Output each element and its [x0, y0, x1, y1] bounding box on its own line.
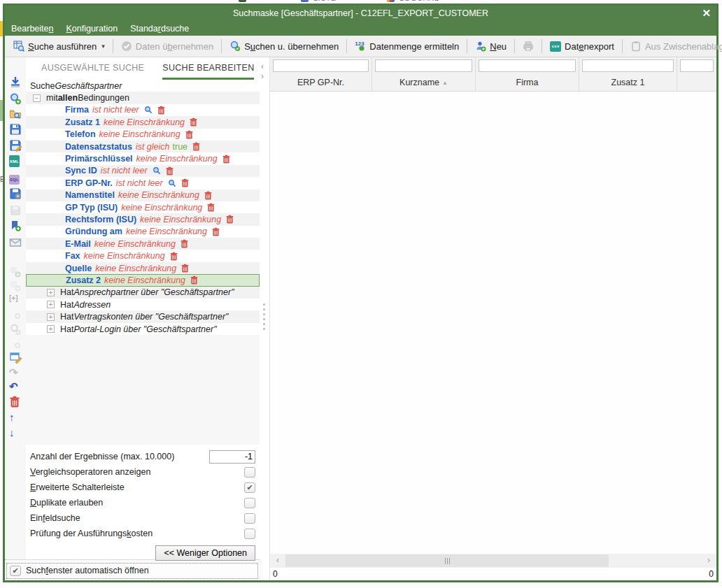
email-icon[interactable] — [9, 236, 22, 249]
checkbox-allow-duplicates[interactable] — [244, 498, 255, 508]
delete-icon[interactable] — [190, 117, 197, 127]
column-header-firma[interactable]: Firma — [476, 76, 579, 91]
option-compare-operators[interactable]: Vergleichsoperatoren anzeigen — [30, 464, 255, 480]
search-and-take-button[interactable]: Suchen u. übernehmen — [224, 38, 344, 54]
delete-icon[interactable] — [192, 142, 200, 151]
add-condition-icon[interactable] — [9, 266, 22, 278]
expand-icon[interactable]: + — [47, 325, 55, 333]
scroll-left-icon[interactable]: ‹ — [270, 554, 285, 568]
new-search-icon[interactable] — [9, 92, 22, 105]
tree-row-condition[interactable]: Quellekeine Einschränkung — [26, 262, 260, 274]
collapse-right-icon[interactable]: › — [261, 73, 264, 80]
collapse-left-icon[interactable]: ‹ — [261, 63, 264, 70]
expand-icon[interactable]: + — [47, 313, 55, 321]
delete-row-icon[interactable] — [9, 396, 22, 408]
bookmark-add-icon[interactable] — [9, 220, 22, 232]
close-icon[interactable]: ✕ — [702, 6, 711, 20]
delete-icon[interactable] — [166, 166, 174, 175]
column-header-zusatz1[interactable]: Zusatz 1 — [579, 76, 677, 91]
title-bar[interactable]: Suchmaske [Geschäftspartner] - C12EFL_EX… — [5, 6, 716, 21]
add-bracket-icon[interactable]: [+] — [9, 294, 22, 306]
tree-row-condition[interactable]: Zusatz 1keine Einschränkung — [26, 116, 260, 128]
save-disabled-icon[interactable] — [9, 204, 22, 217]
menu-standardsuche[interactable]: Standardsuche — [130, 24, 189, 34]
delete-icon[interactable] — [222, 155, 230, 164]
tab-suche-bearbeiten[interactable]: SUCHE BEARBEITEN — [162, 63, 254, 80]
dropdown-caret-icon[interactable]: ▾ — [101, 43, 105, 50]
checkbox-execution-cost-check[interactable] — [244, 529, 255, 539]
delete-icon[interactable] — [204, 191, 212, 200]
undo-icon[interactable]: ↶ — [9, 380, 22, 393]
sql-icon[interactable]: SQL — [9, 173, 22, 186]
add-circle-icon[interactable] — [9, 309, 22, 322]
tab-ausgewaehlte-suche[interactable]: AUSGEWÄHLTE SUCHE — [41, 63, 144, 80]
expand-icon[interactable]: + — [47, 289, 55, 296]
scroll-right-icon[interactable]: › — [701, 554, 716, 568]
scrollbar-thumb[interactable] — [285, 554, 609, 567]
delete-icon[interactable] — [180, 239, 188, 248]
less-options-button[interactable]: << Weniger Optionen — [155, 545, 255, 561]
save-settings-icon[interactable] — [9, 187, 22, 200]
tree-row-condition[interactable]: Telefonkeine Einschränkung — [26, 129, 260, 141]
filter-input-firma[interactable] — [479, 59, 576, 72]
horizontal-scrollbar[interactable]: ‹ › — [270, 554, 716, 568]
move-up-icon[interactable]: ↑ — [9, 411, 22, 424]
edit-condition-icon[interactable] — [9, 351, 22, 364]
move-down-icon[interactable]: ↓ — [9, 426, 22, 439]
delete-icon[interactable] — [181, 264, 189, 273]
print-button[interactable] — [517, 38, 539, 54]
auto-open-option[interactable]: ✔ Suchfenster automatisch öffnen — [6, 563, 258, 579]
save-as-icon[interactable] — [9, 139, 22, 152]
checkbox-extended-switchbar[interactable]: ✔ — [244, 482, 255, 493]
grid-body-empty[interactable] — [270, 92, 716, 554]
collapse-icon[interactable]: − — [33, 94, 41, 102]
paste-clipboard-button[interactable]: Aus Zwischenablage einfügen — [625, 38, 722, 54]
checkbox-auto-open[interactable]: ✔ — [10, 566, 21, 576]
column-header-extra[interactable] — [677, 76, 716, 91]
add-circle2-icon[interactable] — [9, 338, 22, 351]
max-results-input[interactable] — [209, 450, 255, 464]
tree-row-condition[interactable]: Faxkeine Einschränkung — [26, 250, 260, 261]
panel-splitter[interactable]: ‹ › — [260, 57, 269, 580]
tree-row-condition[interactable]: Firmaist nicht leer — [26, 104, 260, 116]
column-header-kurzname[interactable]: Kurzname▲ — [372, 76, 476, 91]
delete-icon[interactable] — [157, 106, 165, 115]
xml-export-icon[interactable]: XML — [9, 155, 22, 168]
tree-row-condition[interactable]: Namenstitelkeine Einschränkung — [26, 189, 260, 201]
magnifier-icon[interactable] — [168, 179, 176, 187]
menu-bearbeiten[interactable]: Bearbeiten — [11, 24, 53, 34]
filter-input-zusatz1[interactable] — [582, 59, 674, 72]
add-subsearch-icon[interactable] — [9, 323, 22, 336]
tree-row-condition[interactable]: Rechtsform (ISU)keine Einschränkung — [26, 213, 260, 225]
tree-row-root[interactable]: Suche Geschäftspartner — [26, 80, 260, 92]
tree-row-link[interactable]: + Hat Ansprechpartner über "Geschäftspar… — [26, 287, 260, 299]
menu-konfiguration[interactable]: Konfiguration — [66, 24, 118, 34]
magnifier-icon[interactable] — [153, 166, 161, 175]
execute-search-button[interactable]: Suche ausführen ▾ — [8, 38, 111, 54]
tree-row-condition-selected[interactable]: Zusatz 2keine Einschränkung — [26, 274, 260, 286]
data-export-button[interactable]: csv Datenexport — [544, 39, 620, 54]
count-results-button[interactable]: 123 Datenmenge ermitteln — [349, 38, 465, 54]
save-search-icon[interactable] — [9, 123, 22, 136]
tree-row-condition[interactable]: GP Typ (ISU)keine Einschränkung — [26, 201, 260, 213]
option-single-field-search[interactable]: Einfeldsuche — [30, 510, 255, 526]
delete-icon[interactable] — [226, 215, 234, 224]
option-allow-duplicates[interactable]: Duplikate erlauben — [30, 495, 255, 510]
expand-icon[interactable]: + — [47, 301, 55, 308]
delete-icon[interactable] — [212, 227, 220, 236]
new-button[interactable]: Neu — [469, 38, 512, 54]
delete-icon[interactable] — [170, 252, 178, 261]
filter-input-erp-gp-nr[interactable] — [273, 59, 369, 72]
take-over-data-button[interactable]: Daten übernehmen — [115, 38, 219, 54]
import-search-icon[interactable] — [9, 76, 22, 88]
redo-icon[interactable]: ↷ — [9, 366, 22, 379]
splitter-grip[interactable] — [263, 303, 265, 330]
option-execution-cost-check[interactable]: Prüfung der Ausführungskosten — [30, 526, 255, 541]
tree-row-condition[interactable]: Datensatzstatusist gleichtrue — [26, 141, 260, 152]
delete-icon[interactable] — [181, 178, 189, 187]
tree-row-condition[interactable]: Sync IDist nicht leer — [26, 165, 260, 177]
add-group-icon[interactable] — [9, 280, 22, 292]
tree-row-link[interactable]: + Hat Vertragskonten über "Geschäftspart… — [26, 310, 260, 322]
delete-icon[interactable] — [185, 130, 193, 139]
magnifier-icon[interactable] — [144, 106, 153, 114]
